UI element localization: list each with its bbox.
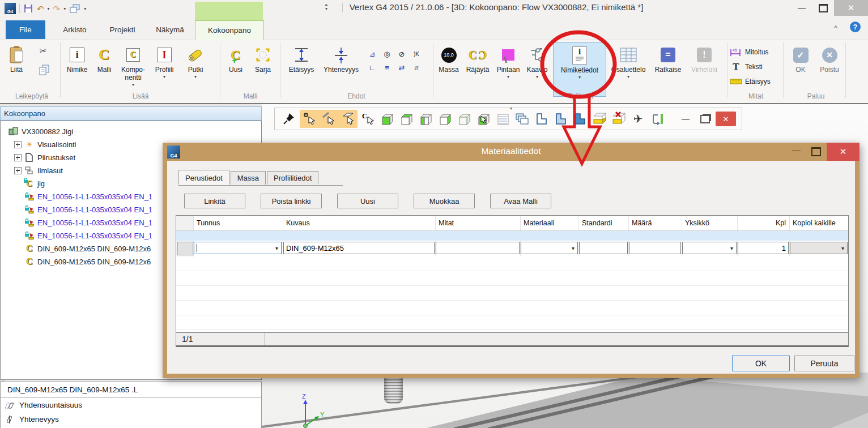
yksikko-combo[interactable]: ▾ [682,242,737,254]
kopioi-kaikille-combo[interactable]: ▾ [790,242,848,254]
col-header-materiaali[interactable]: Materiaali [520,216,578,230]
ratkaise-button[interactable]: = Ratkaise [650,44,686,74]
dialog-cancel-button[interactable]: Peruuta [794,356,854,371]
cube-left-green-icon[interactable] [418,110,435,127]
tree-item-piirustukset[interactable]: Piirustukset [14,151,75,164]
etaisyys-measure-button[interactable]: Etäisyys [730,74,771,88]
cube-front-green-icon[interactable] [379,110,396,127]
select-face-icon[interactable] [339,110,356,127]
kaavio-button[interactable]: Kaavio ▾ [524,44,551,79]
ok-button[interactable]: ✓ OK [788,44,814,74]
opposed-constraint-icon[interactable]: ⇄ [394,61,409,74]
col-header-standardi[interactable]: Standardi [578,216,628,230]
part-solid-icon[interactable] [572,110,589,127]
mitoitus-button[interactable]: 45 Mitoitus [730,45,768,59]
window-maximize-button[interactable] [814,0,833,16]
cube-pick-icon[interactable] [475,110,492,127]
tunnus-combo[interactable]: ▾ [194,242,282,254]
expand-icon[interactable] [14,154,22,161]
tree-item-jig[interactable]: C jig [24,177,45,190]
doc-minimize-icon[interactable]: — [677,110,694,127]
free-constraint-icon[interactable]: ø [409,61,424,74]
mitat-field[interactable] [436,242,520,254]
col-header-kpl[interactable]: Kpl [737,216,789,230]
dialog-title-bar[interactable]: G4 Materiaalitiedot — ✕ [163,143,860,161]
malli-button[interactable]: C Malli [92,44,117,74]
col-header-kopioi[interactable]: Kopioi kaikille [789,216,848,230]
undo-icon[interactable]: ↶ [37,5,44,13]
sarja-button[interactable]: Sarja [249,44,276,74]
cascade-dropdown-icon[interactable]: ▾ [84,6,86,11]
redo-icon[interactable]: ↷ [53,5,61,13]
maara-field[interactable] [629,242,681,254]
poistu-button[interactable]: ✕ Poistu [815,44,844,74]
dialog-close-button[interactable]: ✕ [827,143,860,161]
expand-icon[interactable] [14,167,22,174]
select-point-icon[interactable] [301,110,318,127]
tangent-constraint-icon[interactable]: ⊘ [394,47,409,61]
osaluettelo-button[interactable]: Osaluettelo ▾ [606,44,650,79]
constraint-item-parallel[interactable]: Yhdensuuntaisuus [1,398,261,412]
expand-icon[interactable] [14,141,22,148]
notes-doc-icon[interactable]: ▾ [495,110,512,127]
edit-button[interactable]: Muokkaa [414,194,475,208]
standardi-field[interactable] [579,242,628,254]
tree-item-root[interactable]: VX3000882 Jigi [8,125,73,138]
perpendicular-constraint-icon[interactable]: ∟ [365,61,380,74]
parallel-constraint-icon[interactable]: ≡ [380,61,394,74]
redo-dropdown-icon[interactable]: ▾ [63,6,66,11]
workplane-box-icon[interactable] [591,110,608,127]
pintaan-button[interactable]: I Pintaan ▾ [493,44,524,79]
uusi-button[interactable]: C + Uusi [223,44,248,74]
cube-right-green-icon[interactable] [437,110,454,127]
window-cascade-icon[interactable] [69,3,80,14]
massa-button[interactable]: 10,0 Massa [435,44,462,74]
select-edge-icon[interactable] [320,110,337,127]
selected-row-highlight[interactable] [176,231,848,241]
cut-button[interactable]: ✂ [40,46,47,56]
dialog-tab-massa[interactable]: Massa [231,171,266,185]
etaisyys-condition-button[interactable]: Etäisyys [283,44,320,74]
tab-projekti[interactable]: Projekti [102,20,143,39]
dialog-ok-button[interactable]: OK [732,356,790,371]
tree-item-profile[interactable]: EN_10056-1-L1-035x035x04 EN_1 [24,216,152,229]
symmetry-constraint-icon[interactable]: )K [409,47,424,61]
dialog-maximize-button[interactable] [811,147,821,156]
constraint-item-coincident[interactable]: Yhtenevyys [1,412,261,426]
tab-arkisto[interactable]: Arkisto [54,20,95,39]
teksti-button[interactable]: T Teksti [730,59,763,74]
help-icon[interactable]: ? [850,22,861,32]
dialog-minimize-button[interactable]: — [792,145,801,155]
col-header-kuvaus[interactable]: Kuvaus [283,216,435,230]
remove-link-button[interactable]: Poista linkki [261,194,322,208]
nimike-button[interactable]: i Nimike [62,44,92,74]
kuvaus-field[interactable] [283,242,435,254]
doc-close-button[interactable]: ✕ [716,112,736,126]
save-icon[interactable] [23,3,33,14]
col-header-tunnus[interactable]: Tunnus [193,216,283,230]
select-component-icon[interactable]: C [360,110,377,127]
col-header-maara[interactable]: Määrä [628,216,682,230]
part-light-icon[interactable] [552,110,569,127]
link-button[interactable]: Linkitä [184,194,245,208]
open-model-button[interactable]: Avaa Malli [490,194,551,208]
pin-icon[interactable] [280,110,297,127]
angle-constraint-icon[interactable]: ⊿ [365,47,380,61]
dialog-tab-perustiedot[interactable]: Perustiedot [178,170,229,185]
tree-item-ilmiasut[interactable]: Ilmiasut [14,164,63,177]
tree-item-screw[interactable]: C DIN_609-M12x65 DIN_609-M12x6 [24,255,151,268]
part-stack-icon[interactable] [514,110,531,127]
undo-dropdown-icon[interactable]: ▾ [48,6,50,11]
new-button[interactable]: Uusi [337,194,398,208]
yhtenevyys-condition-button[interactable]: Yhtenevyys [320,44,363,74]
rajayta-button[interactable]: C C Räjäytä [462,44,493,74]
tree-item-profile[interactable]: EN_10056-1-L1-035x035x04 EN_1 [24,229,152,242]
part-outline-icon[interactable] [533,110,550,127]
tree-item-profile[interactable]: EN_10056-1-L1-035x035x04 EN_1 [24,190,152,203]
tab-kokoonpano[interactable]: Kokoonpano [195,20,264,40]
fly-mode-icon[interactable]: ✈ [629,110,646,127]
window-close-button[interactable]: ✕ [834,0,868,16]
col-header-mitat[interactable]: Mitat [435,216,520,230]
profiili-button[interactable]: I Profiili ▾ [150,44,179,79]
putki-button[interactable]: Putki ▾ [181,44,210,79]
